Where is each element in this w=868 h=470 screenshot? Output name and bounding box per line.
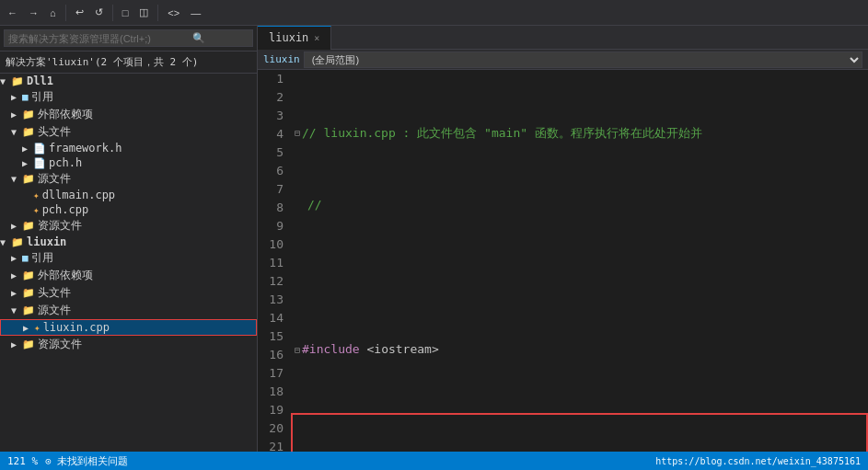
ln-21: 21 [265, 438, 284, 452]
tree-item-ref1[interactable]: ▶ ■ 引用 [0, 88, 257, 106]
arrow-res2: ▶ [11, 339, 22, 350]
undo-button[interactable]: ↩ [72, 5, 87, 20]
redo-button[interactable]: ↺ [91, 5, 107, 20]
line-numbers: 1 2 3 4 5 6 7 8 9 10 11 12 13 14 15 16 1… [258, 70, 291, 452]
scope-bar: liuxin (全局范围) [258, 50, 868, 70]
tree-item-headers1[interactable]: ▼ 📁 头文件 [0, 123, 257, 141]
tree-item-dll1[interactable]: ▼ 📁 Dll1 [0, 74, 257, 88]
tab-label: liuxin [269, 31, 308, 44]
tree-item-ref2[interactable]: ▶ ■ 引用 [0, 249, 257, 267]
separator-2 [112, 5, 113, 21]
blog-url: https://blog.csdn.net/weixin_43875161 [655, 456, 861, 466]
ln-16: 16 [265, 346, 284, 364]
tree-item-ext2[interactable]: ▶ 📁 外部依赖项 [0, 267, 257, 284]
status-right: https://blog.csdn.net/weixin_43875161 [655, 456, 861, 466]
ln-2: 2 [265, 88, 284, 107]
ref-icon-1: ■ [22, 91, 29, 103]
main-area: 🔍 解决方案'liuxin'(2 个项目，共 2 个) ▼ 📁 Dll1 ▶ ■… [0, 26, 868, 452]
ln-13: 13 [265, 291, 284, 309]
search-bar-container: 🔍 [0, 26, 257, 52]
dll1-label: Dll1 [27, 75, 53, 87]
arrow-ext1: ▶ [11, 109, 22, 120]
line1-text: // liuxin.cpp : 此文件包含 "main" 函数。程序执行将在此处… [302, 124, 702, 143]
code-line-2: // [291, 196, 868, 214]
line4-hash: #include [302, 340, 360, 359]
ln-9: 9 [265, 217, 284, 235]
line2-text: // [307, 196, 322, 214]
code-content[interactable]: ⊟// liuxin.cpp : 此文件包含 "main" 函数。程序执行将在此… [291, 70, 868, 452]
liuxin-project-label: liuxin [27, 235, 66, 248]
headers1-label: 头文件 [38, 124, 71, 140]
dash-button[interactable]: — [187, 6, 204, 20]
tree-item-framework[interactable]: ▶ 📄 framework.h [0, 141, 257, 155]
pch-h-label: pch.h [49, 156, 82, 169]
tree-item-ext1[interactable]: ▶ 📁 外部依赖项 [0, 106, 257, 123]
scope-dropdown[interactable]: (全局范围) [304, 52, 862, 68]
folder-icon-headers1: 📁 [22, 126, 35, 138]
code-area[interactable]: 1 2 3 4 5 6 7 8 9 10 11 12 13 14 15 16 1… [258, 70, 868, 452]
ext2-label: 外部依赖项 [38, 268, 93, 283]
folder-icon-source2: 📁 [22, 304, 35, 316]
arrow-framework: ▶ [22, 143, 33, 154]
ref1-label: 引用 [31, 89, 53, 105]
cpp-icon-dllmain: ✦ [33, 189, 40, 201]
folder-icon-ext1: 📁 [22, 109, 35, 120]
folder-icon-source1: 📁 [22, 173, 35, 185]
highlighted-region: #include "../Dll1/pch.h" using namespace… [291, 413, 868, 453]
search-input[interactable] [8, 33, 192, 44]
source2-label: 源文件 [38, 303, 71, 318]
tree-item-source1[interactable]: ▼ 📁 源文件 [0, 170, 257, 188]
ln-18: 18 [265, 383, 284, 401]
cpp-icon-pch: ✦ [33, 204, 40, 216]
zoom-level: 121 % [7, 455, 38, 467]
tree-item-liuxin-project[interactable]: ▼ 📁 liuxin [0, 235, 257, 249]
line4-include: <iostream> [366, 340, 438, 359]
tree-item-dllmain[interactable]: ✦ dllmain.cpp [0, 188, 257, 202]
tree-item-source2[interactable]: ▼ 📁 源文件 [0, 302, 257, 319]
code-line-1: ⊟// liuxin.cpp : 此文件包含 "main" 函数。程序执行将在此… [291, 124, 868, 143]
arrow-liuxin-cpp: ▶ [23, 323, 34, 333]
ln-6: 6 [265, 162, 284, 180]
ln-1: 1 [265, 70, 284, 88]
arrow-source1: ▼ [11, 174, 22, 184]
tree-item-res1[interactable]: ▶ 📁 资源文件 [0, 217, 257, 235]
folder-icon-liuxin: 📁 [11, 236, 24, 248]
ln-20: 20 [265, 419, 284, 438]
ln-14: 14 [265, 309, 284, 327]
ln-8: 8 [265, 199, 284, 217]
ln-5: 5 [265, 143, 284, 162]
split-button[interactable]: ◫ [135, 5, 152, 20]
ln-15: 15 [265, 327, 284, 346]
dllmain-label: dllmain.cpp [42, 189, 115, 201]
tab-close-icon[interactable]: × [314, 33, 319, 43]
file-tree: ▼ 📁 Dll1 ▶ ■ 引用 ▶ 📁 外部依赖项 ▼ 📁 头文件 [0, 74, 257, 452]
search-icon-button[interactable]: 🔍 [192, 32, 205, 44]
status-message: ⊙ 未找到相关问题 [45, 454, 128, 468]
tab-liuxin[interactable]: liuxin × [258, 26, 331, 50]
fold-icon-4[interactable]: ⊟ [295, 343, 300, 357]
res1-label: 资源文件 [38, 218, 82, 234]
code-button[interactable]: <> [164, 6, 183, 20]
fold-icon-1[interactable]: ⊟ [295, 126, 300, 140]
tree-item-res2[interactable]: ▶ 📁 资源文件 [0, 336, 257, 353]
tree-item-pch-cpp[interactable]: ✦ pch.cpp [0, 202, 257, 217]
tree-item-pch-h[interactable]: ▶ 📄 pch.h [0, 155, 257, 170]
folder-icon-headers2: 📁 [22, 287, 35, 299]
home-button[interactable]: ⌂ [46, 6, 60, 20]
tree-item-headers2[interactable]: ▶ 📁 头文件 [0, 284, 257, 302]
ln-19: 19 [265, 401, 284, 419]
liuxin-cpp-label: liuxin.cpp [43, 321, 110, 334]
source1-label: 源文件 [38, 171, 71, 187]
cpp-icon-liuxin: ✦ [34, 322, 41, 334]
ln-12: 12 [265, 272, 284, 291]
h-icon-framework: 📄 [33, 143, 46, 155]
forward-button[interactable]: → [25, 6, 42, 20]
ref-icon-2: ■ [22, 252, 29, 264]
pch-cpp-label: pch.cpp [42, 203, 89, 216]
window-button[interactable]: □ [119, 6, 133, 20]
back-button[interactable]: ← [4, 6, 21, 20]
solution-explorer: 🔍 解决方案'liuxin'(2 个项目，共 2 个) ▼ 📁 Dll1 ▶ ■… [0, 26, 258, 452]
arrow-headers1: ▼ [11, 127, 22, 137]
arrow-dll1: ▼ [0, 76, 11, 86]
tree-item-liuxin-cpp[interactable]: ▶ ✦ liuxin.cpp [0, 319, 257, 336]
